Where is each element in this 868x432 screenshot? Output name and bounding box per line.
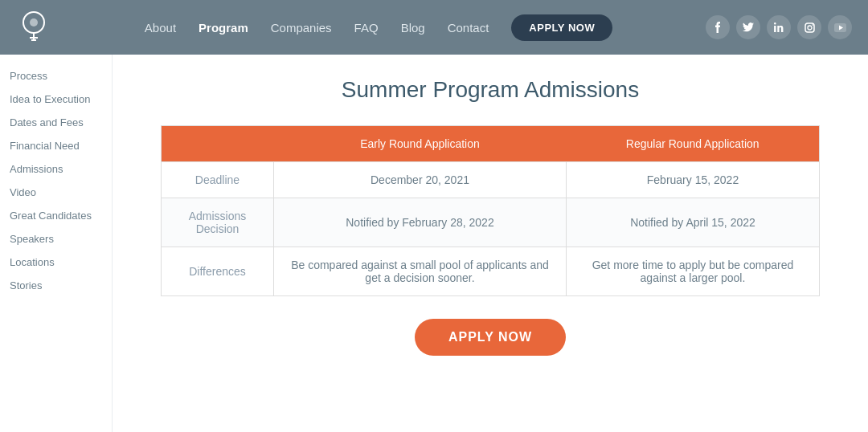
social-icons	[706, 15, 852, 39]
instagram-icon[interactable]	[797, 15, 821, 39]
table-header-early: Early Round Application	[274, 126, 567, 162]
row-regular-differences: Get more time to apply but be compared a…	[566, 247, 819, 296]
row-early-decision: Notified by February 28, 2022	[274, 198, 567, 247]
sidebar-item-locations[interactable]: Locations	[0, 251, 112, 274]
site-header: About Program Companies FAQ Blog Contact…	[0, 0, 868, 55]
facebook-icon[interactable]	[706, 15, 730, 39]
sidebar-item-idea-to-execution[interactable]: Idea to Execution	[0, 88, 112, 111]
apply-now-header-button[interactable]: APPLY NOW	[511, 14, 612, 41]
apply-now-bottom-button[interactable]: APPLY NOW	[415, 319, 566, 356]
sidebar-item-speakers[interactable]: Speakers	[0, 227, 112, 251]
svg-point-4	[30, 18, 38, 26]
logo-icon	[16, 10, 51, 45]
page-title: Summer Program Admissions	[161, 77, 820, 103]
sidebar-item-admissions[interactable]: Admissions	[0, 157, 112, 181]
sidebar-item-process[interactable]: Process	[0, 64, 112, 88]
main-nav: About Program Companies FAQ Blog Contact…	[76, 14, 682, 41]
row-regular-decision: Notified by April 15, 2022	[566, 198, 819, 247]
nav-about[interactable]: About	[145, 21, 176, 35]
nav-program[interactable]: Program	[199, 21, 248, 35]
main-layout: Process Idea to Execution Dates and Fees…	[0, 55, 868, 432]
row-label-decision: Admissions Decision	[162, 198, 274, 247]
nav-companies[interactable]: Companies	[271, 21, 332, 35]
twitter-icon[interactable]	[736, 15, 760, 39]
page-content: Summer Program Admissions Early Round Ap…	[113, 55, 868, 432]
sidebar-item-dates-and-fees[interactable]: Dates and Fees	[0, 111, 112, 134]
table-row-deadline: Deadline December 20, 2021 February 15, …	[162, 162, 820, 198]
svg-point-6	[808, 26, 812, 30]
nav-contact[interactable]: Contact	[448, 21, 489, 35]
row-early-deadline: December 20, 2021	[274, 162, 567, 198]
apply-bottom-area: APPLY NOW	[161, 319, 820, 356]
table-header-regular: Regular Round Application	[566, 126, 819, 162]
nav-blog[interactable]: Blog	[401, 21, 425, 35]
youtube-icon[interactable]	[828, 15, 852, 39]
logo[interactable]	[16, 10, 51, 45]
row-regular-deadline: February 15, 2022	[566, 162, 819, 198]
row-label-differences: Differences	[162, 247, 274, 296]
table-row-differences: Differences Be compared against a small …	[162, 247, 820, 296]
row-early-differences: Be compared against a small pool of appl…	[274, 247, 567, 296]
sidebar-item-video[interactable]: Video	[0, 181, 112, 204]
svg-point-7	[812, 24, 813, 26]
row-label-deadline: Deadline	[162, 162, 274, 198]
sidebar-item-financial-need[interactable]: Financial Need	[0, 134, 112, 157]
linkedin-icon[interactable]	[767, 15, 791, 39]
admissions-table: Early Round Application Regular Round Ap…	[161, 125, 820, 296]
sidebar: Process Idea to Execution Dates and Fees…	[0, 55, 113, 432]
sidebar-item-great-candidates[interactable]: Great Candidates	[0, 204, 112, 227]
sidebar-item-stories[interactable]: Stories	[0, 274, 112, 297]
table-header-empty	[162, 126, 274, 162]
table-row-decision: Admissions Decision Notified by February…	[162, 198, 820, 247]
nav-faq[interactable]: FAQ	[354, 21, 379, 35]
